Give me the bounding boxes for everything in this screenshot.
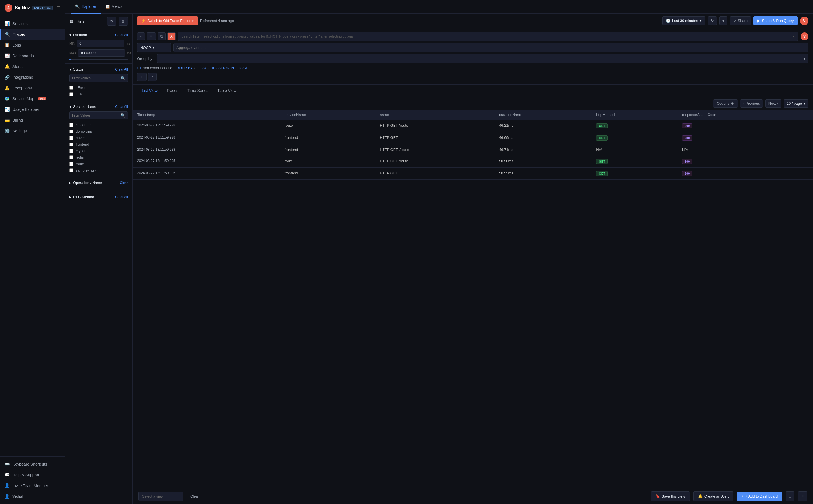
status-clear-all-button[interactable]: Clear All [115, 67, 128, 71]
status-ok-checkbox-item[interactable]: l Ok [69, 91, 128, 97]
stage-run-label: Stage & Run Query [762, 19, 794, 23]
service-redis-item[interactable]: redis [69, 154, 128, 161]
service-demo-app-checkbox[interactable] [69, 130, 73, 133]
add-conditions-row[interactable]: ⊕ Add conditions for ORDER BY and AGGREG… [137, 65, 808, 71]
query-eye-button[interactable]: 👁 [146, 32, 156, 40]
sidebar-item-logs[interactable]: 📋 Logs [0, 40, 65, 51]
service-sample-flask-checkbox[interactable] [69, 168, 73, 172]
service-route-checkbox[interactable] [69, 162, 73, 166]
aggregation-link[interactable]: AGGREGATION INTERVAL [202, 66, 248, 70]
sidebar-item-dashboards[interactable]: 📈 Dashboards [0, 51, 65, 61]
sidebar-item-invite-team[interactable]: 👤 Invite Team Member [0, 480, 65, 491]
sidebar-toggle-icon[interactable]: ☰ [56, 6, 60, 10]
table-row[interactable]: 2024-08-27 13:11:59.905 route HTTP GET /… [133, 155, 813, 168]
status-search-input[interactable] [72, 76, 119, 80]
tab-table-view[interactable]: Table View [213, 85, 241, 97]
service-driver-item[interactable]: driver [69, 135, 128, 141]
duration-slider[interactable] [69, 59, 128, 60]
user-avatar[interactable]: V [800, 17, 808, 25]
noop-select[interactable]: NOOP ▾ [137, 43, 171, 52]
page-size-selector[interactable]: 10 / page ▾ [784, 99, 808, 108]
service-redis-checkbox[interactable] [69, 155, 73, 159]
sidebar-item-alerts[interactable]: 🔔 Alerts [0, 61, 65, 72]
service-mysql-item[interactable]: mysql [69, 148, 128, 154]
status-ok-checkbox[interactable] [69, 92, 73, 96]
sidebar-item-help-support[interactable]: 💬 Help & Support [0, 470, 65, 480]
service-demo-app-item[interactable]: demo-app [69, 128, 128, 135]
col-http-method: httpMethod [592, 110, 678, 120]
logs-icon: 📋 [5, 43, 10, 48]
sidebar-item-exceptions[interactable]: ⚠️ Exceptions [0, 83, 65, 93]
service-customer-item[interactable]: customer [69, 122, 128, 128]
order-by-link[interactable]: ORDER BY [174, 66, 193, 70]
sidebar-item-keyboard-shortcuts[interactable]: ⌨️ Keyboard Shortcuts [0, 459, 65, 470]
duration-min-input[interactable] [77, 40, 124, 47]
next-button[interactable]: Next › [765, 99, 781, 108]
service-sample-flask-item[interactable]: sample-flask [69, 167, 128, 174]
service-mysql-checkbox[interactable] [69, 149, 73, 153]
query-copy-button[interactable]: ⧉ [157, 32, 166, 40]
tab-traces[interactable]: Traces [162, 85, 183, 97]
duration-max-input[interactable] [78, 49, 125, 57]
share-button[interactable]: ↗ Share [730, 16, 751, 25]
sidebar-item-traces[interactable]: 🔍 Traces [0, 29, 65, 40]
operation-clear-button[interactable]: Clear [120, 181, 128, 185]
sidebar-item-billing[interactable]: 💳 Billing [0, 115, 65, 126]
status-error-checkbox[interactable] [69, 86, 73, 90]
refresh-dropdown-button[interactable]: ▾ [719, 16, 728, 25]
service-driver-checkbox[interactable] [69, 136, 73, 140]
options-button[interactable]: Options ⚙ [713, 99, 738, 108]
sigma-formula-button[interactable]: Σ [148, 73, 157, 81]
status-error-checkbox-item[interactable]: l Error [69, 84, 128, 91]
tab-list-view[interactable]: List View [137, 85, 162, 97]
search-filter-bar[interactable]: Search Filter : select options from sugg… [178, 32, 798, 41]
sidebar-item-integrations[interactable]: 🔗 Integrations [0, 72, 65, 83]
filter-status-header: ▾ Status Clear All [69, 67, 128, 71]
query-type-button[interactable]: A [167, 32, 176, 40]
table-row[interactable]: 2024-08-27 13:11:59.905 frontend HTTP GE… [133, 168, 813, 180]
sidebar-item-label: Service Map [12, 97, 34, 101]
filter-actions: ↻ ⊞ [107, 17, 128, 26]
info-button[interactable]: ℹ [786, 491, 794, 501]
service-route-item[interactable]: route [69, 161, 128, 167]
switch-old-trace-button[interactable]: ⚡ Switch to Old Trace Explorer [137, 16, 198, 25]
filter-expand-button[interactable]: ⊞ [119, 17, 128, 26]
group-by-input[interactable]: ▾ [157, 54, 808, 63]
sidebar-item-user[interactable]: 👤 Vishal [0, 491, 65, 502]
aggregate-attribute-input[interactable] [173, 43, 808, 52]
tab-time-series[interactable]: Time Series [183, 85, 213, 97]
service-frontend-checkbox[interactable] [69, 143, 73, 146]
refresh-button[interactable]: ↻ [708, 16, 717, 25]
table-row[interactable]: 2024-08-27 13:11:59.928 frontend HTTP GE… [133, 144, 813, 155]
service-customer-checkbox[interactable] [69, 123, 73, 127]
service-name-search-input[interactable] [72, 113, 119, 117]
duration-clear-all-button[interactable]: Clear All [115, 33, 128, 37]
method-badge: GET [596, 159, 608, 164]
clear-button[interactable]: Clear [187, 492, 202, 501]
table-row[interactable]: 2024-08-27 13:11:59.928 route HTTP GET /… [133, 120, 813, 132]
sidebar-item-services[interactable]: 📊 Services [0, 18, 65, 29]
rpc-clear-all-button[interactable]: Clear All [115, 195, 128, 199]
sidebar-item-settings[interactable]: ⚙️ Settings [0, 126, 65, 136]
add-dashboard-button[interactable]: + + Add to Dashboard [737, 492, 782, 501]
create-alert-button[interactable]: 🔔 Create an Alert [693, 491, 734, 501]
select-view-dropdown[interactable]: Select a view [138, 492, 183, 501]
save-view-button[interactable]: 🔖 Save this view [651, 491, 690, 501]
status-error-label: l Error [76, 86, 85, 90]
service-frontend-item[interactable]: frontend [69, 141, 128, 148]
stage-run-query-button[interactable]: ▶ Stage & Run Query [753, 16, 798, 25]
previous-button[interactable]: ‹ Previous [740, 99, 763, 108]
query-toggle-button[interactable]: ▾ [137, 32, 145, 40]
sidebar-item-service-map[interactable]: 🗺️ Service Map Beta [0, 93, 65, 104]
time-range-selector[interactable]: 🕐 Last 30 minutes ▾ [662, 16, 705, 25]
service-name-clear-all-button[interactable]: Clear All [115, 105, 128, 109]
chevron-right-icon: ▸ [69, 181, 71, 185]
table-formula-button[interactable]: ⊞ [137, 73, 146, 81]
table-row[interactable]: 2024-08-27 13:11:59.928 frontend HTTP GE… [133, 132, 813, 144]
list-button[interactable]: ≡ [798, 491, 807, 501]
tab-views[interactable]: 📋 Views [101, 0, 127, 14]
cell-timestamp: 2024-08-27 13:11:59.905 [133, 168, 280, 180]
filter-refresh-button[interactable]: ↻ [107, 17, 116, 26]
tab-explorer[interactable]: 🔍 Explorer [71, 0, 101, 14]
sidebar-item-usage-explorer[interactable]: 📉 Usage Explorer [0, 104, 65, 115]
